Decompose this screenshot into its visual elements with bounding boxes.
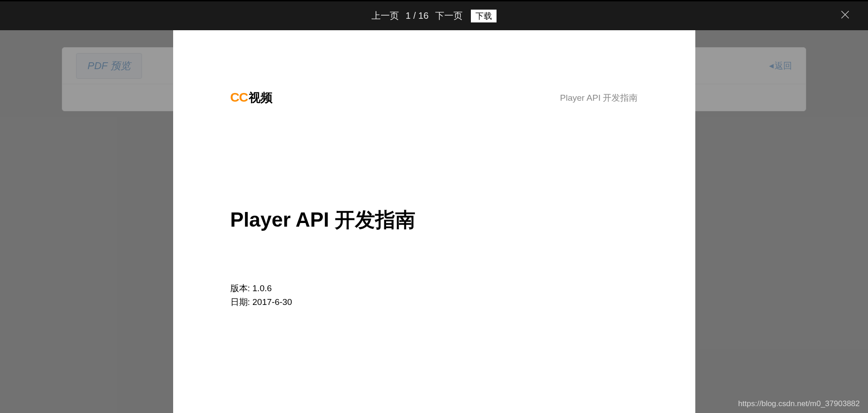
version-line: 版本: 1.0.6 <box>230 282 638 295</box>
close-icon[interactable] <box>841 10 850 22</box>
watermark: https://blog.csdn.net/m0_37903882 <box>738 399 860 408</box>
logo-cc: CC <box>230 90 248 105</box>
page-separator: / <box>413 11 416 21</box>
current-page: 1 <box>405 11 410 21</box>
pdf-header: CC 视频 Player API 开发指南 <box>230 90 638 106</box>
pdf-page: CC 视频 Player API 开发指南 Player API 开发指南 版本… <box>173 30 695 413</box>
pdf-title: Player API 开发指南 <box>230 206 638 234</box>
download-button[interactable]: 下载 <box>471 10 497 22</box>
page-indicator: 1 / 16 <box>405 11 428 21</box>
pdf-header-subtitle: Player API 开发指南 <box>560 92 638 104</box>
logo: CC 视频 <box>230 90 273 106</box>
total-pages: 16 <box>418 11 428 21</box>
next-page-button[interactable]: 下一页 <box>435 10 463 22</box>
toolbar-center: 上一页 1 / 16 下一页 下载 <box>371 10 496 22</box>
pdf-toolbar: 上一页 1 / 16 下一页 下载 <box>0 1 868 30</box>
pdf-meta: 版本: 1.0.6 日期: 2017-6-30 <box>230 282 638 310</box>
prev-page-button[interactable]: 上一页 <box>371 10 399 22</box>
logo-text: 视频 <box>249 90 273 106</box>
date-line: 日期: 2017-6-30 <box>230 295 638 309</box>
